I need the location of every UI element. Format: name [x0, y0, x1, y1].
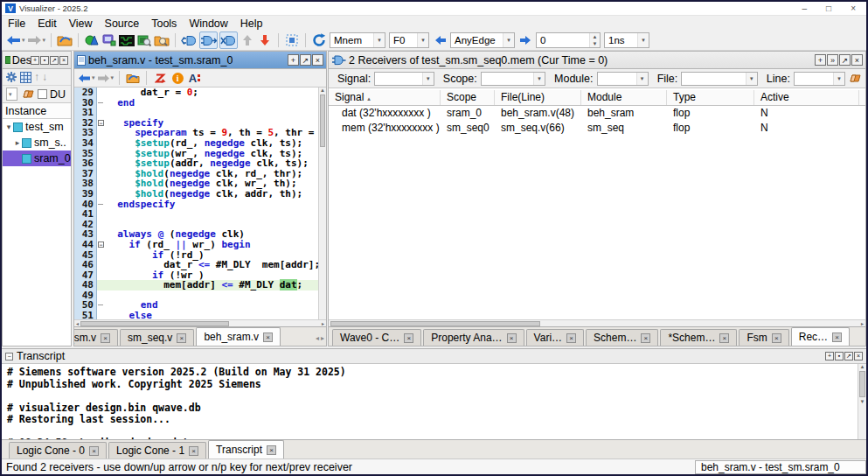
tab-logic-cone-0[interactable]: Logic Cone - 0×: [9, 442, 107, 458]
tab-fsm[interactable]: Fsm×: [739, 329, 788, 346]
collapse-button[interactable]: ▪: [835, 352, 844, 360]
open-folder-icon[interactable]: [125, 69, 141, 87]
transcript-console[interactable]: # Siemens software version 2025.2 (Build…: [2, 364, 866, 439]
edge-dropdown[interactable]: AnyEdge▾: [450, 32, 515, 48]
close-panel-button[interactable]: ×: [59, 56, 68, 65]
fold-toggle-icon[interactable]: −: [98, 242, 104, 248]
gear-icon[interactable]: [5, 71, 17, 83]
move-up-icon[interactable]: ↑: [34, 71, 39, 83]
tab-close-icon[interactable]: ×: [177, 333, 186, 343]
column-header-signal[interactable]: Signal▴: [329, 90, 441, 105]
tab-close-icon[interactable]: ×: [566, 333, 576, 343]
tab-logic-cone-1[interactable]: Logic Cone - 1×: [108, 442, 206, 458]
arrow-down-icon[interactable]: [257, 32, 273, 49]
column-header-fileline[interactable]: File(Line): [495, 90, 581, 105]
tab--schem-[interactable]: *Schem…×: [660, 329, 737, 346]
retrace-icon[interactable]: [152, 69, 168, 87]
gate-receiver-icon[interactable]: [199, 32, 218, 49]
gate-clear-icon[interactable]: [219, 32, 238, 49]
menu-view[interactable]: View: [63, 18, 99, 30]
font-icon[interactable]: A: [187, 69, 203, 87]
menu-file[interactable]: File: [2, 18, 31, 30]
tab-close-icon[interactable]: ×: [263, 332, 273, 342]
tab-close-icon[interactable]: ×: [89, 446, 99, 456]
undock-button[interactable]: ↗: [844, 352, 853, 360]
tab-close-icon[interactable]: ×: [507, 333, 517, 343]
reload-icon[interactable]: [311, 32, 327, 49]
table-row[interactable]: mem (32'hxxxxxxxx )sm_seq0sm_seq.v(66)sm…: [329, 121, 865, 136]
gate-driver-icon[interactable]: [181, 32, 198, 49]
undock-button[interactable]: ↗: [50, 56, 59, 65]
filter-dropdown[interactable]: ▾: [6, 88, 17, 101]
tree-item-sram-0[interactable]: sram_0: [3, 150, 71, 166]
back-icon[interactable]: ▾: [6, 32, 25, 49]
waveform-icon[interactable]: [119, 32, 135, 49]
tab-property-ana-[interactable]: Property Ana…×: [423, 329, 524, 346]
f0-dropdown[interactable]: F0▾: [389, 32, 429, 48]
transcript-vertical-scrollbar[interactable]: ▲▼: [858, 364, 866, 439]
collapse-icon[interactable]: −: [5, 353, 13, 360]
column-header-module[interactable]: Module: [581, 90, 667, 105]
next-edge-icon[interactable]: [517, 32, 533, 49]
tab-wave0-c-[interactable]: Wave0 - C…×: [332, 329, 421, 346]
editor-horizontal-scrollbar[interactable]: ◂▸: [74, 319, 326, 326]
tab-close-icon[interactable]: ×: [641, 333, 650, 343]
tab-close-icon[interactable]: ×: [267, 445, 276, 455]
fold-toggle-icon[interactable]: −: [98, 120, 104, 126]
menu-source[interactable]: Source: [99, 18, 146, 30]
tree-item-sm-s-[interactable]: ▸sm_s..: [3, 135, 71, 150]
undock-button[interactable]: ↗: [300, 54, 311, 66]
code-editor[interactable]: 29 dat_r = 0;30 end3132− specify33 specp…: [74, 88, 326, 321]
tab-close-icon[interactable]: ×: [101, 333, 110, 343]
filter-line-dropdown[interactable]: ▾: [794, 72, 845, 86]
dock-button[interactable]: +: [31, 56, 39, 65]
arrow-up-icon[interactable]: [240, 32, 255, 49]
column-header-scope[interactable]: Scope: [441, 90, 495, 105]
tab--sm-v[interactable]: _sm.v×: [74, 329, 118, 346]
editor-vertical-scrollbar[interactable]: ▲: [318, 88, 326, 321]
eraser-icon[interactable]: [849, 74, 862, 83]
move-down-icon[interactable]: ↓: [42, 71, 47, 83]
menu-window[interactable]: Window: [183, 18, 233, 30]
close-panel-button[interactable]: ×: [854, 352, 863, 360]
tree-expander-icon[interactable]: ▸: [13, 138, 22, 147]
maximize-button[interactable]: □: [826, 4, 831, 13]
open-folder-icon[interactable]: [57, 32, 73, 49]
du-checkbox[interactable]: [38, 89, 47, 99]
tab-close-icon[interactable]: ×: [404, 333, 413, 343]
next-button[interactable]: »: [827, 54, 838, 66]
back-icon[interactable]: ▾: [78, 69, 95, 87]
menu-edit[interactable]: Edit: [31, 18, 63, 30]
tab-transcript[interactable]: Transcript×: [208, 440, 284, 458]
tab-scroll-left-icon[interactable]: ◂: [316, 334, 319, 342]
tab-close-icon[interactable]: ×: [832, 332, 842, 342]
column-header-active[interactable]: Active: [754, 90, 859, 105]
menu-tools[interactable]: Tools: [145, 18, 183, 30]
monitor-icon[interactable]: [101, 32, 117, 49]
fold-column[interactable]: −: [97, 240, 106, 250]
chip-search-icon[interactable]: [136, 32, 152, 49]
tab-rec-[interactable]: Rec…×: [791, 327, 850, 346]
tab-scroll-right-icon[interactable]: ▸: [321, 334, 324, 342]
chip-select-icon[interactable]: [284, 32, 300, 49]
time-input[interactable]: 0▲▼: [536, 32, 601, 48]
tab-sm-seq-v[interactable]: sm_seq.v×: [120, 329, 194, 346]
dock-button[interactable]: +: [825, 352, 834, 360]
folder-search-icon[interactable]: [154, 32, 170, 49]
tab-beh-sram-v[interactable]: beh_sram.v×: [196, 327, 281, 346]
tab-vari-[interactable]: Vari…×: [526, 329, 584, 346]
tree-expander-icon[interactable]: ▾: [4, 122, 13, 131]
dock-button[interactable]: +: [815, 54, 826, 66]
filter-signal-dropdown[interactable]: ▾: [374, 72, 434, 86]
forward-icon[interactable]: ▾: [27, 32, 46, 49]
collapse-button[interactable]: ▪: [40, 56, 49, 65]
close-button[interactable]: ×: [851, 4, 856, 13]
time-unit-dropdown[interactable]: 1ns▾: [604, 32, 649, 48]
menu-help[interactable]: Help: [234, 18, 269, 30]
column-header-type[interactable]: Type: [667, 90, 754, 105]
eraser-icon[interactable]: [22, 89, 35, 99]
filter-scope-dropdown[interactable]: ▾: [481, 72, 545, 86]
fold-column[interactable]: −: [97, 118, 106, 129]
info-icon[interactable]: i: [170, 69, 185, 87]
grid-view-icon[interactable]: [20, 72, 31, 83]
